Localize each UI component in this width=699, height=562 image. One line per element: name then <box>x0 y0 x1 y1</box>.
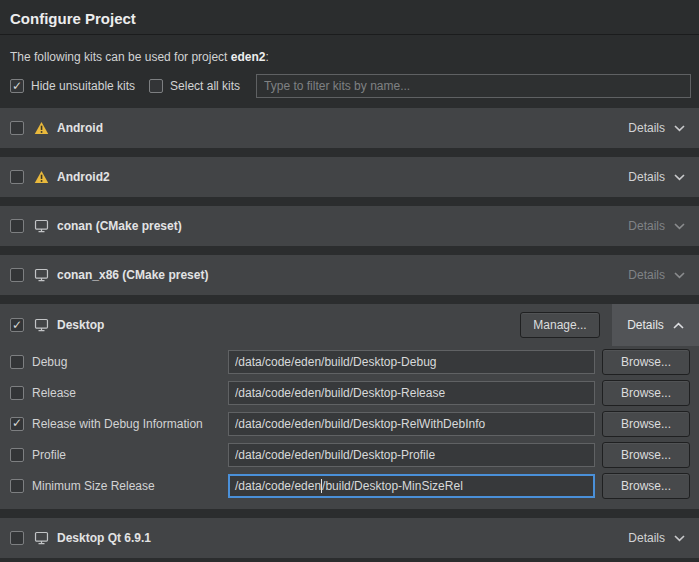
chevron-down-icon <box>674 223 685 230</box>
browse-button[interactable]: Browse... <box>602 442 690 468</box>
build-config-label: Minimum Size Release <box>32 479 228 493</box>
build-config-checkbox[interactable] <box>10 386 24 400</box>
kit-group-desktop: Desktop Manage... Details Debug Browse..… <box>0 304 699 509</box>
build-config-row-debug: Debug Browse... <box>0 346 699 377</box>
intro-prefix: The following kits can be used for proje… <box>10 50 231 64</box>
kit-name: conan_x86 (CMake preset) <box>57 268 208 282</box>
desktop-icon <box>34 268 49 282</box>
intro-suffix: : <box>265 50 268 64</box>
select-all-kits-label: Select all kits <box>170 79 240 93</box>
warning-icon <box>34 121 49 135</box>
kit-row-android: Android Details <box>0 108 699 148</box>
build-config-checkbox[interactable] <box>10 417 24 431</box>
build-dir-input-relwithdebinfo[interactable] <box>228 412 595 436</box>
hide-unsuitable-kits-option[interactable]: Hide unsuitable kits <box>10 79 135 93</box>
details-label: Details <box>628 219 665 233</box>
build-config-label: Release <box>32 386 228 400</box>
hide-unsuitable-kits-checkbox[interactable] <box>10 79 24 93</box>
build-dir-input-debug[interactable] <box>228 350 595 374</box>
build-config-row-minsizerel: Minimum Size Release /data/code/eden/bui… <box>0 470 699 501</box>
details-button-expanded[interactable]: Details <box>612 304 699 346</box>
page-title-bar: Configure Project <box>0 0 699 35</box>
build-config-checkbox[interactable] <box>10 448 24 462</box>
kit-filter-controls: Hide unsuitable kits Select all kits <box>0 74 699 98</box>
kit-row-desktop-qt-691: Desktop Qt 6.9.1 Details <box>0 518 699 558</box>
details-button[interactable]: Details <box>618 108 699 148</box>
build-dir-input-minsizerel-focused[interactable]: /data/code/eden/build/Desktop-MinSizeRel <box>228 474 595 498</box>
kit-name: conan (CMake preset) <box>57 219 182 233</box>
details-label: Details <box>628 268 665 282</box>
build-config-row-release: Release Browse... <box>0 377 699 408</box>
build-config-checkbox[interactable] <box>10 479 24 493</box>
manage-button[interactable]: Manage... <box>520 312 600 338</box>
build-config-label: Release with Debug Information <box>32 417 228 431</box>
select-all-kits-checkbox[interactable] <box>149 79 163 93</box>
kit-name: Desktop <box>57 318 104 332</box>
browse-button[interactable]: Browse... <box>602 380 690 406</box>
build-dir-input-profile[interactable] <box>228 443 595 467</box>
details-button[interactable]: Details <box>618 518 699 558</box>
build-config-checkbox[interactable] <box>10 355 24 369</box>
chevron-down-icon <box>674 174 685 181</box>
details-button-disabled[interactable]: Details <box>618 255 699 295</box>
kit-name: Desktop Qt 6.9.1 <box>57 531 151 545</box>
kit-checkbox[interactable] <box>10 121 24 135</box>
kit-checkbox[interactable] <box>10 318 24 332</box>
chevron-down-icon <box>674 125 685 132</box>
project-name: eden2 <box>231 50 266 64</box>
configure-project-page: Configure Project The following kits can… <box>0 0 699 562</box>
kit-row-desktop: Desktop Manage... Details <box>0 304 699 346</box>
kit-checkbox[interactable] <box>10 219 24 233</box>
page-title: Configure Project <box>10 10 689 27</box>
kit-name: Android2 <box>57 170 110 184</box>
input-text-after-caret: /build/Desktop-MinSizeRel <box>322 479 463 493</box>
build-config-row-profile: Profile Browse... <box>0 439 699 470</box>
kit-list: Android Details Android2 Details <box>0 108 699 558</box>
build-config-label: Profile <box>32 448 228 462</box>
desktop-icon <box>34 318 49 332</box>
warning-icon <box>34 170 49 184</box>
kit-checkbox[interactable] <box>10 170 24 184</box>
browse-button[interactable]: Browse... <box>602 411 690 437</box>
details-button-disabled[interactable]: Details <box>618 206 699 246</box>
details-label: Details <box>628 121 665 135</box>
kit-row-conan: conan (CMake preset) Details <box>0 206 699 246</box>
hide-unsuitable-kits-label: Hide unsuitable kits <box>31 79 135 93</box>
intro-text: The following kits can be used for proje… <box>10 50 689 64</box>
chevron-up-icon <box>673 322 684 329</box>
kit-row-android2: Android2 Details <box>0 157 699 197</box>
details-label: Details <box>628 531 665 545</box>
kit-checkbox[interactable] <box>10 268 24 282</box>
desktop-icon <box>34 219 49 233</box>
browse-button[interactable]: Browse... <box>602 349 690 375</box>
kit-row-conan-x86: conan_x86 (CMake preset) Details <box>0 255 699 295</box>
browse-button[interactable]: Browse... <box>602 473 690 499</box>
select-all-kits-option[interactable]: Select all kits <box>149 79 240 93</box>
kit-filter-input[interactable] <box>256 74 691 98</box>
kit-checkbox[interactable] <box>10 531 24 545</box>
details-button[interactable]: Details <box>618 157 699 197</box>
chevron-down-icon <box>674 272 685 279</box>
chevron-down-icon <box>674 535 685 542</box>
build-config-row-relwithdebinfo: Release with Debug Information Browse... <box>0 408 699 439</box>
build-config-label: Debug <box>32 355 228 369</box>
input-text-before-caret: /data/code/eden <box>235 479 321 493</box>
details-label: Details <box>627 318 664 332</box>
build-dir-input-release[interactable] <box>228 381 595 405</box>
details-label: Details <box>628 170 665 184</box>
kit-name: Android <box>57 121 103 135</box>
desktop-icon <box>34 531 49 545</box>
